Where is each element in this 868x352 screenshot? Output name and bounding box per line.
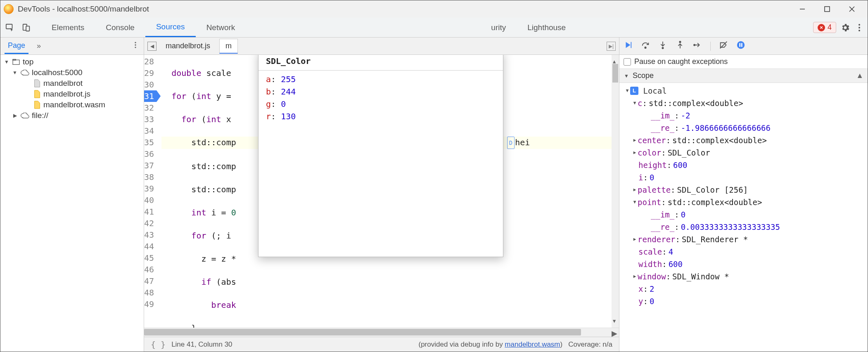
tree-top[interactable]: ▼top [0,57,144,67]
window-title: DevTools - localhost:5000/mandelbrot [18,5,149,14]
pause-exceptions-icon[interactable] [736,40,745,52]
scope-label: Scope [633,71,654,80]
svg-rect-4 [6,24,12,28]
svg-point-9 [859,30,860,31]
scope-local[interactable]: ▼L Local [622,85,868,97]
tree-host-label: localhost:5000 [32,68,83,77]
svg-rect-13 [13,60,19,64]
var-center[interactable]: ▶center:std::complex<double> [622,134,868,146]
var-height[interactable]: height:600 [622,159,868,171]
svg-point-16 [645,47,646,48]
pause-checkbox[interactable] [624,58,631,66]
nav-more-tabs-icon[interactable]: » [37,42,39,50]
tree-file-mandelbrot-js[interactable]: mandelbrot.js [0,89,144,99]
var-point[interactable]: ▼point:std::complex<double> [622,196,868,208]
tab-security[interactable]: urity [260,18,517,37]
tooltip-title: SDL_Color [259,55,503,71]
svg-point-17 [662,47,663,49]
inspect-icon[interactable] [5,23,15,32]
line-gutter[interactable]: 282930 31 323334353637383940414243444546… [144,55,161,328]
tree-file-mandelbrot-wasm[interactable]: mandelbrot.wasm [0,99,144,110]
run-to-icon[interactable]: ▶| [607,42,616,51]
debug-info-link[interactable]: mandelbrot.wasm [505,340,560,348]
svg-point-18 [679,41,681,43]
file-tree: ▼top ▼localhost:5000 mandelbrot mandelbr… [0,55,144,352]
tree-host[interactable]: ▼localhost:5000 [0,67,144,78]
scope-body: ▼L Local ▼c:std::complex<double> __im_:-… [619,83,868,352]
debugger-panel: Pause on caught exceptions ▼Scope ▲ ▼L L… [619,38,868,352]
var-c-re[interactable]: __re_:-1.9866666666666666 [622,122,868,134]
devtools-icon [4,4,14,14]
var-x[interactable]: x:2 [622,283,868,295]
editor-vertical-scrollbar[interactable]: ▲▼ [612,55,619,328]
debugger-toolbar [619,38,868,55]
tooltip-body: a: 255 b: 244 g: 0 r: 130 [259,71,503,125]
svg-point-8 [859,27,860,28]
scope-header[interactable]: ▼Scope ▲ [619,69,868,83]
svg-point-7 [859,24,860,26]
main-toolbar: Elements Console Sources Network urity L… [0,18,868,38]
nav-back-icon[interactable]: ◀ [147,42,157,51]
var-renderer[interactable]: ▶renderer:SDL_Renderer * [622,233,868,246]
svg-rect-1 [825,7,830,12]
resume-icon[interactable] [624,40,633,52]
execution-line-marker: 31 [144,90,157,102]
var-point-im[interactable]: __im_:0 [622,208,868,221]
var-window[interactable]: ▶window:SDL_Window * [622,270,868,283]
editor-horizontal-scrollbar[interactable]: ▶ [144,328,619,337]
device-toggle-icon[interactable] [21,23,32,32]
panel-tabs: Elements Console Sources Network urity L… [41,18,576,37]
deactivate-breakpoints-icon[interactable] [719,40,728,52]
error-icon: × [818,24,825,31]
svg-point-19 [694,44,695,45]
tab-elements[interactable]: Elements [41,18,95,37]
devtools-window: DevTools - localhost:5000/mandelbrot Ele… [0,0,868,352]
error-counter[interactable]: × 4 [813,22,836,33]
tree-file-scheme[interactable]: ▶file:// [0,110,144,121]
step-out-icon[interactable] [676,40,685,52]
step-icon[interactable] [693,40,702,52]
svg-rect-15 [631,42,631,48]
file-tab-active[interactable]: m [219,39,238,54]
nav-menu-icon[interactable] [131,41,140,51]
more-icon[interactable] [854,23,864,33]
minimize-button[interactable] [790,0,815,18]
var-c[interactable]: ▼c:std::complex<double> [622,97,868,109]
svg-point-10 [135,42,136,43]
window-controls [790,0,864,18]
main-area: Page » ▼top ▼localhost:5000 mandelbrot m… [0,38,868,352]
var-color[interactable]: ▶color:SDL_Color [622,146,868,159]
var-i[interactable]: i:0 [622,171,868,184]
tab-sources[interactable]: Sources [145,18,196,37]
step-into-icon[interactable] [658,40,667,52]
var-point-re[interactable]: __re_:0.0033333333333333335 [622,221,868,233]
maximize-button[interactable] [815,0,840,18]
tree-file-mandelbrot[interactable]: mandelbrot [0,78,144,89]
file-tabs: ◀ mandelbrot.js m ▶| [144,38,619,55]
step-over-icon[interactable] [641,40,650,52]
tab-network[interactable]: Network [196,18,260,37]
error-count: 4 [828,23,832,32]
editor-statusbar: { } Line 41, Column 30 (provided via deb… [144,337,619,352]
file-label: mandelbrot [43,79,83,88]
tree-top-label: top [23,57,33,66]
var-c-im[interactable]: __im_:-2 [622,109,868,122]
nav-tab-page[interactable]: Page [5,38,28,54]
file-tab-mandelbrot-js[interactable]: mandelbrot.js [160,39,216,53]
var-palette[interactable]: ▶palette:SDL_Color [256] [622,184,868,196]
var-y[interactable]: y:0 [622,295,868,307]
var-width[interactable]: width:600 [622,258,868,270]
var-scale[interactable]: scale:4 [622,246,868,258]
coverage-text: Coverage: n/a [568,340,612,349]
pretty-print-icon[interactable]: { } [151,340,166,350]
code-editor[interactable]: 282930 31 323334353637383940414243444546… [144,55,619,328]
tab-lighthouse[interactable]: Lighthouse [517,18,576,37]
close-button[interactable] [840,0,864,18]
svg-rect-22 [739,43,740,47]
svg-point-21 [737,41,745,49]
settings-icon[interactable] [840,23,850,33]
svg-rect-6 [26,26,29,31]
pause-on-exceptions-row[interactable]: Pause on caught exceptions [619,55,868,69]
navigator-panel: Page » ▼top ▼localhost:5000 mandelbrot m… [0,38,144,352]
tab-console[interactable]: Console [95,18,145,37]
